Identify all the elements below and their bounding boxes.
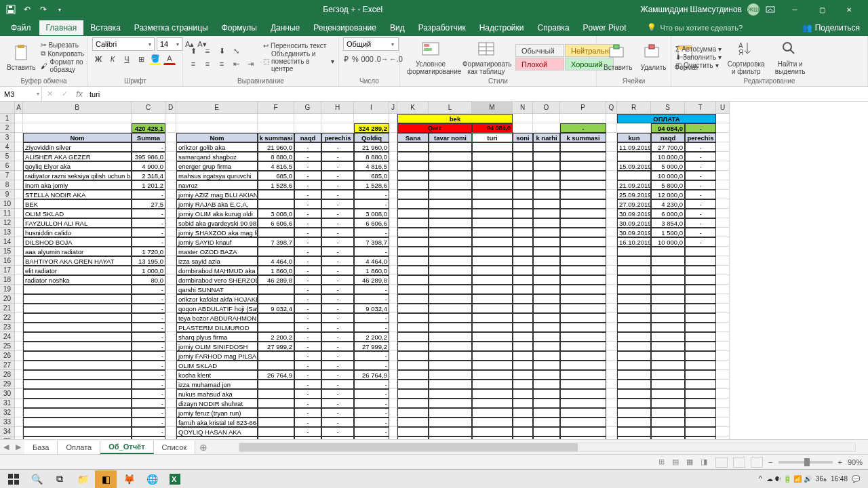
row-header[interactable]: 22 <box>0 313 15 323</box>
view-normal-icon[interactable] <box>715 457 728 468</box>
row-header[interactable]: 25 <box>0 342 15 351</box>
row-header[interactable]: 13 <box>0 228 15 237</box>
autosum-button[interactable]: ΣАвтосумма ▾ <box>675 45 722 53</box>
explorer-icon[interactable]: 📁 <box>72 470 94 488</box>
wrap-text-button[interactable]: ↩Переносить текст <box>263 42 334 49</box>
row-header[interactable]: 14 <box>0 237 15 247</box>
row-header[interactable]: 34 <box>0 427 15 436</box>
fx-icon[interactable]: fx <box>72 89 87 99</box>
sheet-nav-next[interactable]: ▶ <box>12 443 24 451</box>
tell-me[interactable]: 💡Что вы хотите сделать? <box>647 23 743 32</box>
font-color-button[interactable]: A <box>163 53 176 65</box>
tray-up-icon[interactable]: ^ <box>759 475 762 483</box>
row-header[interactable]: 17 <box>0 266 15 275</box>
conditional-format-button[interactable]: Условное форматирование <box>404 39 457 77</box>
row-header[interactable]: 4 <box>0 142 15 152</box>
col-header[interactable]: R <box>617 102 651 114</box>
row-header[interactable]: 7 <box>0 171 15 180</box>
tab-addins[interactable]: Надстройки <box>473 20 531 35</box>
delete-cells-button[interactable]: Удалить <box>637 42 669 73</box>
close-button[interactable]: ✕ <box>835 0 863 19</box>
col-header[interactable]: N <box>513 102 533 114</box>
row-header[interactable]: 2 <box>0 123 15 133</box>
underline-button[interactable]: Ч <box>121 53 133 65</box>
firefox-icon[interactable]: 🦊 <box>118 470 140 488</box>
minimize-button[interactable]: ─ <box>781 0 808 19</box>
cancel-formula-icon[interactable]: ✕ <box>42 89 57 98</box>
align-right-icon[interactable]: ≡ <box>216 58 228 70</box>
row-header[interactable]: 12 <box>0 218 15 228</box>
currency-icon[interactable]: ₽ <box>343 53 349 65</box>
col-header[interactable]: A <box>15 102 23 114</box>
chrome-icon[interactable]: 🌐 <box>141 470 163 488</box>
border-button[interactable]: ⊞ <box>135 53 147 65</box>
tab-help[interactable]: Справка <box>530 20 576 35</box>
sheet-tab[interactable]: Об_Отчёт <box>100 441 153 454</box>
worksheet-grid[interactable]: ABCDEFGHIJKLMNOPQRSTU1bekОПЛАТА2420 428,… <box>0 102 868 439</box>
paste-button[interactable]: Вставить <box>4 42 38 73</box>
zoom-out-button[interactable]: − <box>768 458 772 466</box>
align-left-icon[interactable]: ≡ <box>187 58 199 70</box>
row-header[interactable]: 28 <box>0 370 15 380</box>
merge-button[interactable]: ⬚Объединить и поместить в центре ▾ <box>263 50 334 73</box>
row-header[interactable]: 35 <box>0 436 15 439</box>
tray-icons[interactable]: ☁ 🗣 🔋 📶 🔊 <box>766 475 812 483</box>
horizontal-scrollbar[interactable] <box>239 443 856 452</box>
col-header[interactable]: F <box>258 102 294 114</box>
view-layout-icon[interactable] <box>733 457 745 468</box>
undo-icon[interactable]: ↶ <box>22 4 33 15</box>
sheet-nav-prev[interactable]: ◀ <box>0 443 12 451</box>
search-icon[interactable]: 🔍 <box>26 470 47 488</box>
font-name[interactable]: ▾ <box>92 37 155 51</box>
excel-taskbar-icon[interactable]: X <box>164 470 186 488</box>
file-tab[interactable]: Файл <box>3 20 39 35</box>
col-header[interactable]: H <box>321 102 354 114</box>
ribbon-options-icon[interactable] <box>765 4 776 15</box>
row-header[interactable]: 16 <box>0 256 15 266</box>
save-icon[interactable] <box>5 4 16 15</box>
row-header[interactable]: 24 <box>0 332 15 342</box>
cut-button[interactable]: ✂Вырезать <box>41 41 84 49</box>
percent-icon[interactable]: % <box>351 53 359 65</box>
row-header[interactable]: 5 <box>0 152 15 161</box>
maximize-button[interactable]: ▢ <box>808 0 835 19</box>
row-header[interactable]: 23 <box>0 323 15 332</box>
bold-button[interactable]: Ж <box>92 53 104 65</box>
align-middle-icon[interactable]: ≡ <box>201 45 214 57</box>
col-header[interactable]: T <box>685 102 716 114</box>
start-button[interactable] <box>3 470 24 488</box>
format-painter-button[interactable]: 🖌Формат по образцу <box>41 58 84 73</box>
notifications-icon[interactable]: 💬 <box>852 475 860 483</box>
fill-button[interactable]: ⬇Заполнить ▾ <box>675 54 722 61</box>
row-header[interactable]: 31 <box>0 399 15 408</box>
row-header[interactable]: 11 <box>0 209 15 218</box>
col-header[interactable]: J <box>389 102 397 114</box>
row-header[interactable]: 32 <box>0 408 15 418</box>
col-header[interactable]: U <box>716 102 730 114</box>
row-header[interactable]: 10 <box>0 199 15 209</box>
row-header[interactable]: 1 <box>0 114 15 123</box>
user-name[interactable]: Жамшиддин Шамсутдинов <box>640 5 742 14</box>
row-header[interactable]: 21 <box>0 304 15 313</box>
tab-data[interactable]: Данные <box>264 20 307 35</box>
col-header[interactable]: E <box>176 102 258 114</box>
find-button[interactable]: Найти и выделить <box>770 39 810 77</box>
row-header[interactable]: 29 <box>0 380 15 389</box>
app-icon[interactable]: ◧ <box>95 470 117 488</box>
orientation-icon[interactable]: ⤡ <box>230 45 242 57</box>
tray-time[interactable]: 16:48 <box>831 475 848 483</box>
tab-developer[interactable]: Разработчик <box>412 20 473 35</box>
row-header[interactable]: 9 <box>0 190 15 199</box>
tray-lang[interactable]: ة36 <box>816 475 827 483</box>
row-header[interactable]: 18 <box>0 275 15 285</box>
clear-button[interactable]: ◫Очистить ▾ <box>675 62 722 69</box>
number-format[interactable]: ▾ <box>343 37 399 51</box>
redo-icon[interactable]: ↷ <box>38 4 49 15</box>
col-header[interactable]: P <box>560 102 606 114</box>
col-header[interactable]: K <box>397 102 429 114</box>
sheet-tab[interactable]: Оплата <box>58 441 100 454</box>
row-header[interactable]: 15 <box>0 247 15 256</box>
italic-button[interactable]: К <box>106 53 119 65</box>
zoom-level[interactable]: 90% <box>848 458 863 466</box>
indent-inc-icon[interactable]: ⇥ <box>244 58 256 70</box>
